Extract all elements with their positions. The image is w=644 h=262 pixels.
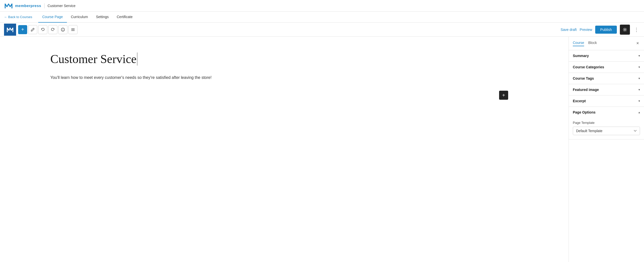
settings-button[interactable] bbox=[620, 25, 630, 35]
course-title: Customer Service bbox=[50, 52, 518, 66]
top-bar: memberpress Customer Service bbox=[0, 0, 644, 12]
categories-section-title: Course Categories bbox=[573, 65, 604, 69]
redo-icon bbox=[51, 28, 55, 32]
summary-section-title: Summary bbox=[573, 54, 589, 58]
publish-button[interactable]: Publish bbox=[595, 26, 617, 34]
list-view-button[interactable] bbox=[68, 25, 77, 34]
svg-point-6 bbox=[624, 29, 626, 30]
featured-image-section-title: Featured image bbox=[573, 88, 599, 92]
editor-m-logo bbox=[7, 26, 14, 33]
nav-tabs-bar: ← Back to Courses Course Page Curriculum… bbox=[0, 12, 644, 23]
featured-image-chevron-icon: ▾ bbox=[638, 88, 640, 91]
summary-section-header[interactable]: Summary ▾ bbox=[569, 50, 644, 61]
excerpt-section-header[interactable]: Excerpt ▾ bbox=[569, 95, 644, 107]
categories-section-header[interactable]: Course Categories ▾ bbox=[569, 62, 644, 73]
excerpt-section-title: Excerpt bbox=[573, 99, 586, 103]
page-options-chevron-icon: ▴ bbox=[638, 111, 640, 114]
memberpress-logo bbox=[4, 1, 13, 10]
sidebar-section-categories: Course Categories ▾ bbox=[569, 62, 644, 73]
tab-curriculum[interactable]: Curriculum bbox=[67, 12, 92, 23]
preview-button[interactable]: Preview bbox=[580, 28, 592, 32]
featured-image-section-header[interactable]: Featured image ▾ bbox=[569, 84, 644, 95]
tags-chevron-icon: ▾ bbox=[638, 77, 640, 80]
gear-icon bbox=[623, 28, 627, 32]
save-draft-button[interactable]: Save draft bbox=[560, 28, 577, 32]
categories-chevron-icon: ▾ bbox=[638, 65, 640, 69]
editor-area[interactable]: Customer Service You'll learn how to mee… bbox=[0, 37, 569, 262]
more-options-button[interactable]: ⋮ bbox=[633, 26, 640, 34]
header-divider bbox=[44, 3, 45, 8]
page-options-section-header[interactable]: Page Options ▴ bbox=[569, 107, 644, 118]
logo-area: memberpress bbox=[4, 1, 41, 10]
info-button[interactable]: i bbox=[58, 25, 67, 34]
editor-logo-block bbox=[4, 24, 16, 36]
sidebar-header: Course Block × bbox=[569, 37, 644, 50]
add-block-toolbar-button[interactable]: + bbox=[18, 25, 27, 34]
undo-icon bbox=[41, 28, 45, 32]
course-description: You'll learn how to meet every customer'… bbox=[50, 74, 221, 81]
main-layout: Customer Service You'll learn how to mee… bbox=[0, 37, 644, 262]
sidebar-close-button[interactable]: × bbox=[635, 40, 640, 47]
page-options-section-title: Page Options bbox=[573, 110, 595, 114]
list-view-icon bbox=[71, 28, 75, 32]
toolbar-right-buttons: Save draft Preview Publish ⋮ bbox=[560, 25, 640, 35]
undo-button[interactable] bbox=[38, 25, 47, 34]
tags-section-title: Course Tags bbox=[573, 76, 594, 80]
sidebar-section-excerpt: Excerpt ▾ bbox=[569, 95, 644, 107]
sidebar-section-summary: Summary ▾ bbox=[569, 50, 644, 62]
summary-chevron-icon: ▾ bbox=[638, 54, 640, 58]
page-template-label: Page Template bbox=[573, 121, 640, 125]
svg-text:i: i bbox=[63, 29, 63, 31]
sidebar-tabs: Course Block bbox=[573, 41, 597, 46]
edit-tool-button[interactable] bbox=[28, 25, 37, 34]
page-template-select[interactable]: Default Template bbox=[573, 127, 640, 135]
document-title: Customer Service bbox=[48, 4, 75, 8]
right-sidebar: Course Block × Summary ▾ Course Categori… bbox=[569, 37, 644, 262]
back-to-courses-link[interactable]: ← Back to Courses bbox=[4, 15, 32, 19]
text-cursor bbox=[137, 53, 137, 66]
redo-button[interactable] bbox=[48, 25, 57, 34]
sidebar-tab-course[interactable]: Course bbox=[573, 41, 584, 46]
brand-name: memberpress bbox=[15, 4, 41, 8]
page-options-content: Page Template Default Template bbox=[569, 118, 644, 139]
pencil-icon bbox=[31, 28, 35, 32]
sidebar-section-page-options: Page Options ▴ Page Template Default Tem… bbox=[569, 107, 644, 139]
tab-course-page[interactable]: Course Page bbox=[38, 12, 67, 23]
toolbar-left-buttons: + i bbox=[18, 25, 77, 34]
sidebar-section-tags: Course Tags ▾ bbox=[569, 73, 644, 84]
tab-settings[interactable]: Settings bbox=[92, 12, 113, 23]
sidebar-tab-block[interactable]: Block bbox=[588, 41, 597, 46]
editor-toolbar: + i bbox=[0, 23, 644, 37]
add-block-container: + bbox=[50, 91, 518, 100]
sidebar-section-featured-image: Featured image ▾ bbox=[569, 84, 644, 95]
add-block-button[interactable]: + bbox=[499, 91, 508, 100]
info-icon: i bbox=[61, 28, 65, 32]
tab-certificate[interactable]: Certificate bbox=[113, 12, 137, 23]
tags-section-header[interactable]: Course Tags ▾ bbox=[569, 73, 644, 84]
excerpt-chevron-icon: ▾ bbox=[638, 99, 640, 103]
